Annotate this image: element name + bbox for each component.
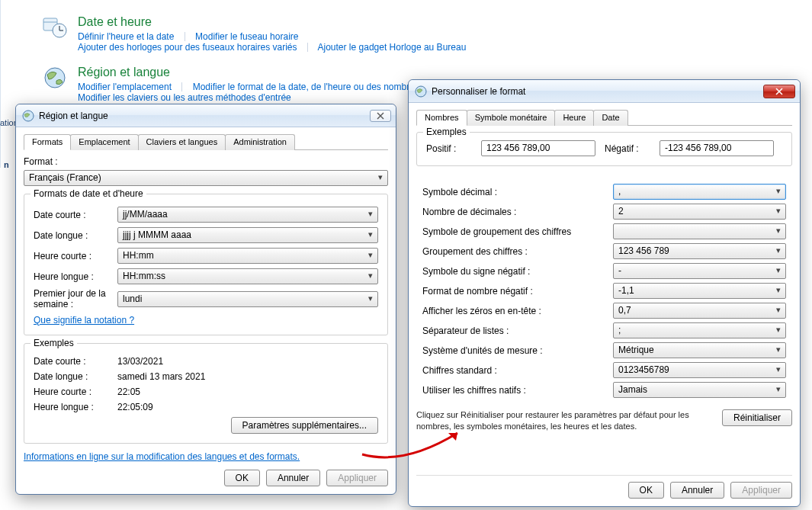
close-button[interactable]	[370, 110, 391, 122]
examples-legend: Exemples	[423, 127, 470, 137]
std-digits-select[interactable]: 0123456789	[613, 362, 786, 378]
reset-help-text: Cliquez sur Réinitialiser pour restaurer…	[416, 409, 708, 432]
reset-button[interactable]: Réinitialiser	[722, 409, 792, 426]
ndecimals-label: Nombre de décimales :	[422, 207, 613, 217]
globe-icon	[22, 110, 34, 122]
units-label: Système d'unités de mesure :	[422, 345, 613, 356]
datetime-title[interactable]: Date et heure	[78, 15, 466, 29]
positive-label: Positif :	[426, 143, 472, 154]
notation-help-link[interactable]: Que signifie la notation ?	[34, 315, 134, 326]
grouping-symbol-select[interactable]	[613, 223, 786, 239]
first-day-select[interactable]: lundi	[117, 291, 378, 307]
tab-keyboards[interactable]: Claviers et langues	[138, 134, 226, 150]
link-modify-format[interactable]: Modifier le format de la date, de l'heur…	[193, 82, 419, 92]
long-time-label: Heure longue :	[34, 271, 117, 282]
leading-zero-label: Afficher les zéros en en-tête :	[422, 306, 613, 316]
ndecimals-select[interactable]: 2	[613, 204, 786, 220]
ex-short-time-k: Heure courte :	[34, 387, 117, 397]
separator	[307, 43, 308, 52]
decimal-symbol-select[interactable]: ,	[613, 184, 786, 200]
globe-icon	[43, 66, 67, 90]
leading-zero-select[interactable]: 0,7	[613, 303, 786, 319]
close-button[interactable]	[763, 85, 795, 98]
cancel-button[interactable]: Annuler	[670, 482, 724, 499]
positive-example: 123 456 789,00	[481, 140, 595, 156]
ex-long-date-v: samedi 13 mars 2021	[117, 371, 378, 382]
long-time-select[interactable]: HH:mm:ss	[117, 268, 378, 284]
ok-button[interactable]: OK	[224, 470, 260, 486]
first-day-label: Premier jour de la semaine :	[34, 289, 117, 310]
std-digits-label: Chiffres standard :	[422, 365, 613, 376]
region-title[interactable]: Région et langue	[78, 66, 419, 79]
native-digits-label: Utiliser les chiffres natifs :	[422, 385, 613, 396]
title-text: Personnaliser le format	[432, 86, 525, 97]
grouping-symbol-label: Symbole de groupement des chiffres	[422, 226, 613, 237]
online-info-link[interactable]: Informations en ligne sur la modificatio…	[24, 451, 300, 462]
titlebar-region[interactable]: Région et langue	[16, 104, 396, 127]
units-select[interactable]: Métrique	[613, 342, 786, 358]
ex-long-time-k: Heure longue :	[34, 402, 117, 412]
tab-formats[interactable]: Formats	[24, 134, 71, 150]
ex-short-date-k: Date courte :	[34, 356, 117, 367]
negative-label: Négatif :	[605, 143, 650, 154]
neg-format-label: Format de nombre négatif :	[422, 286, 613, 297]
tabs-region: Formats Emplacement Claviers et langues …	[24, 133, 388, 150]
tab-date[interactable]: Date	[593, 110, 627, 126]
link-modify-keyboards[interactable]: Modifier les claviers ou les autres méth…	[78, 92, 291, 103]
long-date-label: Date longue :	[34, 230, 117, 241]
tab-numbers[interactable]: Nombres	[416, 110, 467, 126]
control-panel-item-region[interactable]: Région et langue Modifier l'emplacement …	[43, 66, 419, 103]
long-date-select[interactable]: jjjj j MMMM aaaa	[117, 227, 378, 243]
ok-button[interactable]: OK	[628, 482, 664, 499]
format-label: Format :	[24, 156, 388, 167]
neg-symbol-select[interactable]: -	[613, 263, 786, 279]
window-customize-format: Personnaliser le format Nombres Symbole …	[408, 79, 801, 507]
neg-format-select[interactable]: -1,1	[613, 283, 786, 299]
titlebar-customize[interactable]: Personnaliser le format	[409, 80, 800, 103]
link-add-clocks[interactable]: Ajouter des horloges pour des fuseaux ho…	[78, 42, 297, 53]
neg-symbol-label: Symbole du signe négatif :	[422, 266, 613, 277]
ex-long-date-k: Date longue :	[34, 371, 117, 382]
globe-icon	[415, 85, 427, 98]
ex-short-time-v: 22:05	[117, 387, 378, 397]
link-modify-location[interactable]: Modifier l'emplacement	[78, 82, 172, 92]
control-panel-item-datetime[interactable]: Date et heure Définir l'heure et la date…	[43, 15, 466, 53]
link-timezone[interactable]: Modifier le fuseau horaire	[195, 31, 298, 42]
grouping-select[interactable]: 123 456 789	[613, 243, 786, 259]
short-time-select[interactable]: HH:mm	[117, 248, 378, 264]
link-clock-gadget[interactable]: Ajouter le gadget Horloge au Bureau	[318, 42, 467, 53]
link-set-time[interactable]: Définir l'heure et la date	[78, 31, 174, 42]
more-params-button[interactable]: Paramètres supplémentaires...	[231, 417, 378, 434]
clock-icon	[43, 15, 67, 40]
tab-currency[interactable]: Symbole monétaire	[467, 110, 556, 126]
grouping-label: Groupement des chiffres :	[422, 246, 613, 257]
format-select[interactable]: Français (France)	[24, 170, 388, 186]
negative-example: -123 456 789,00	[660, 140, 774, 156]
ex-long-time-v: 22:05:09	[117, 402, 378, 412]
title-text: Région et langue	[39, 111, 108, 121]
list-sep-select[interactable]: ;	[613, 322, 786, 338]
apply-button[interactable]: Appliquer	[326, 470, 388, 486]
cancel-button[interactable]: Annuler	[266, 470, 320, 486]
tab-time[interactable]: Heure	[554, 110, 594, 126]
short-date-label: Date courte :	[34, 210, 117, 220]
tab-admin[interactable]: Administration	[225, 134, 295, 150]
tab-location[interactable]: Emplacement	[70, 134, 138, 150]
examples-legend: Exemples	[30, 338, 77, 348]
separator	[185, 32, 185, 41]
group-datetime-legend: Formats de date et d'heure	[30, 188, 146, 199]
tabs-customize: Nombres Symbole monétaire Heure Date	[416, 109, 792, 126]
decimal-symbol-label: Symbole décimal :	[422, 187, 613, 197]
native-digits-select[interactable]: Jamais	[613, 382, 786, 398]
apply-button[interactable]: Appliquer	[730, 482, 792, 499]
short-time-label: Heure courte :	[34, 251, 117, 261]
short-date-select[interactable]: jj/MM/aaaa	[117, 207, 378, 223]
window-region-language: Région et langue Formats Emplacement Cla…	[15, 104, 396, 495]
sidebar-selected-fragment: n	[4, 160, 9, 169]
ex-short-date-v: 13/03/2021	[117, 356, 378, 367]
separator	[181, 82, 182, 91]
list-sep-label: Séparateur de listes :	[422, 326, 613, 336]
